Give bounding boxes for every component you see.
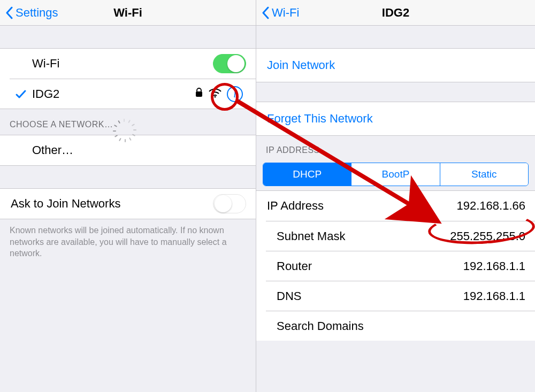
other-label: Other… [32,143,246,157]
back-label: Settings [16,6,58,20]
router-label: Router [277,259,463,273]
tab-static[interactable]: Static [440,163,528,186]
chevron-left-icon [262,6,270,19]
network-detail-screen: Wi-Fi IDG2 Join Network Forget This Netw… [256,0,535,392]
back-button[interactable]: Wi-Fi [262,6,299,20]
ip-address-value: 192.168.1.66 [457,199,525,213]
ip-address-row[interactable]: IP Address 192.168.1.66 [256,191,535,221]
subnet-mask-row[interactable]: Subnet Mask 255.255.255.0 [266,221,535,251]
ask-join-label: Ask to Join Networks [11,197,213,211]
navbar: Settings Wi-Fi [0,0,256,26]
ask-join-group: Ask to Join Networks [0,188,256,219]
wifi-switch[interactable] [213,54,246,73]
tab-dhcp[interactable]: DHCP [263,163,351,186]
svg-point-1 [215,96,216,97]
search-domains-label: Search Domains [277,319,525,333]
ip-address-header: IP ADDRESS [256,136,535,159]
connected-network-row[interactable]: IDG2 i [10,79,256,109]
ip-config-segmented: DHCP BootP Static [263,163,529,186]
checkmark-icon [10,88,32,100]
dns-value: 192.168.1.1 [463,289,525,303]
ask-join-explanation: Known networks will be joined automatica… [0,219,256,259]
spinner-icon [118,119,130,130]
page-title: IDG2 [382,6,409,20]
other-network-row[interactable]: Other… [0,135,256,165]
ask-join-switch[interactable] [213,194,246,213]
lock-icon [195,87,203,101]
ask-join-row[interactable]: Ask to Join Networks [0,189,256,219]
page-title: Wi-Fi [113,6,142,20]
wifi-signal-icon [209,87,221,101]
back-button[interactable]: Settings [5,6,58,20]
other-networks-group: Other… [0,135,256,166]
ip-address-label: IP Address [267,199,457,213]
router-value: 192.168.1.1 [463,259,525,273]
tab-bootp[interactable]: BootP [351,163,439,186]
router-row[interactable]: Router 192.168.1.1 [266,251,535,281]
back-label: Wi-Fi [272,6,299,20]
wifi-toggle-group: Wi-Fi IDG2 i [0,48,256,109]
wifi-settings-screen: Settings Wi-Fi Wi-Fi IDG2 [0,0,256,392]
choose-network-header: CHOOSE A NETWORK… [0,109,256,135]
dns-row[interactable]: DNS 192.168.1.1 [266,281,535,311]
search-domains-row[interactable]: Search Domains [266,311,535,341]
svg-rect-0 [196,91,202,97]
wifi-label: Wi-Fi [32,57,213,71]
info-icon[interactable]: i [227,86,243,102]
join-network-button[interactable]: Join Network [256,48,535,82]
subnet-mask-label: Subnet Mask [277,229,450,243]
wifi-toggle-row[interactable]: Wi-Fi [0,49,256,79]
subnet-mask-value: 255.255.255.0 [450,229,525,243]
chevron-left-icon [5,6,13,19]
network-name: IDG2 [32,87,195,101]
forget-network-button[interactable]: Forget This Network [256,102,535,136]
dns-label: DNS [277,289,463,303]
ip-details-group: IP Address 192.168.1.66 Subnet Mask 255.… [256,191,535,341]
navbar: Wi-Fi IDG2 [256,0,535,26]
